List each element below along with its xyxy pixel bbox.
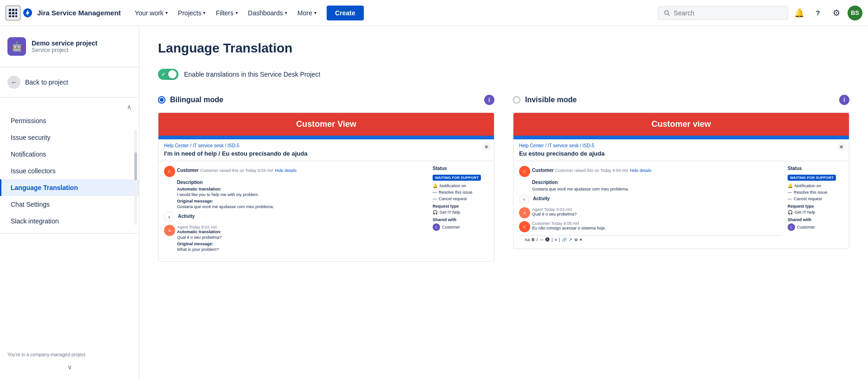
inv-left-arrow[interactable]: ‹ xyxy=(519,194,529,204)
sidebar-item-issue-security[interactable]: Issue security xyxy=(0,129,139,146)
svg-rect-0 xyxy=(9,9,11,11)
nav-your-work[interactable]: Your work ▾ xyxy=(130,7,172,20)
invisible-issue-title: Eu estou precisando de ajuda xyxy=(513,150,849,161)
modes-row: Bilingual mode i Customer View ⊕ Help Ce… xyxy=(158,95,849,262)
inv-shared-avatar: C xyxy=(788,223,795,231)
create-button[interactable]: Create xyxy=(327,6,364,20)
nav-more[interactable]: More ▾ xyxy=(293,7,321,20)
project-header: 🤖 Demo service project Service project xyxy=(0,33,139,63)
layout: 🤖 Demo service project Service project ←… xyxy=(0,0,868,380)
bilingual-mode-header: Bilingual mode i xyxy=(158,95,494,105)
zoom-icon[interactable]: ⊕ xyxy=(483,143,490,151)
svg-rect-4 xyxy=(12,12,14,14)
inv-agent-text: Agent Today 9:03 AM Qual é o seu probelm… xyxy=(532,207,782,218)
translation-toggle[interactable]: ✓ xyxy=(158,69,178,80)
auto-trans-text: I would like you to help me with my prob… xyxy=(177,192,427,197)
svg-rect-3 xyxy=(9,12,11,14)
preview-top-bar xyxy=(158,136,494,139)
invisible-mode-column: Invisible mode i Customer view ⊕ Help Ce… xyxy=(513,95,849,262)
app-title: Jira Service Management xyxy=(37,9,121,17)
inv-status-label: Status xyxy=(788,166,843,171)
search-input[interactable] xyxy=(674,9,782,17)
project-icon: 🤖 xyxy=(7,37,26,56)
toggle-row: ✓ Enable translations in this Service De… xyxy=(158,69,849,80)
agent-auto-label: Automatic translation: xyxy=(177,229,427,234)
svg-rect-7 xyxy=(12,15,14,17)
inv-agent-avatar: A xyxy=(519,207,530,218)
invisible-radio[interactable] xyxy=(513,96,520,104)
invisible-info-icon[interactable]: i xyxy=(839,95,849,105)
main-content: Language Translation ✓ Enable translatio… xyxy=(139,26,868,380)
inv-shared-label: Shared with xyxy=(788,217,843,222)
svg-rect-1 xyxy=(12,9,14,11)
user-avatar[interactable]: BS xyxy=(848,6,862,20)
hide-details-link[interactable]: Hide details xyxy=(275,168,296,173)
orig-text: Gostaria que você me ajudasse com meu pr… xyxy=(177,204,427,209)
inv-status-badge: WAITING FOR SUPPORT xyxy=(788,175,836,181)
expand-button[interactable]: ∨ xyxy=(67,363,72,371)
nav-filters[interactable]: Filters ▾ xyxy=(211,7,242,20)
topnav: Jira Service Management Your work ▾ Proj… xyxy=(0,0,868,26)
notifications-button[interactable]: 🔔 xyxy=(792,6,807,20)
sidebar-item-issue-collectors[interactable]: Issue collectors xyxy=(0,163,139,179)
bilingual-radio[interactable] xyxy=(158,96,165,104)
inv-desc-section: Description Gostaria que você me ajudass… xyxy=(532,180,782,191)
customer-row: C Customer Customer raised this on Today… xyxy=(164,166,427,177)
orig-label: Original message: xyxy=(177,199,427,203)
back-icon: ← xyxy=(7,76,20,89)
req-type-value: 🎧 Get IT help xyxy=(433,210,488,215)
bilingual-mode-column: Bilingual mode i Customer View ⊕ Help Ce… xyxy=(158,95,494,262)
topnav-right: 🔔 ? ⚙ BS xyxy=(658,6,862,20)
chevron-down-icon: ▾ xyxy=(165,10,168,15)
nav-dashboards[interactable]: Dashboards ▾ xyxy=(243,7,292,20)
inv-resolve-item: — Resolve this issue xyxy=(788,190,843,195)
sidebar-item-notifications[interactable]: Notifications xyxy=(0,146,139,163)
grid-menu-button[interactable] xyxy=(6,6,20,20)
cancel-item: — Cancel request xyxy=(433,197,488,201)
inv-agent-meta: Agent Today 9:03 AM xyxy=(532,207,782,212)
inv-customer2-avatar: C xyxy=(519,221,530,232)
bilingual-info-icon[interactable]: i xyxy=(484,95,494,105)
description-section: Description Automatic translation: I wou… xyxy=(177,180,427,209)
app-logo[interactable]: Jira Service Management xyxy=(22,7,121,19)
inv-cancel-item: — Cancel request xyxy=(788,197,843,201)
help-button[interactable]: ? xyxy=(810,6,825,20)
project-name: Demo service project xyxy=(32,39,98,47)
svg-line-10 xyxy=(668,14,670,15)
bilingual-preview-header: Customer View xyxy=(158,113,494,136)
inv-customer-meta: Customer raised this on Today 8:59 AM xyxy=(555,168,628,173)
left-nav-arrow[interactable]: ‹ xyxy=(164,212,174,222)
collapse-header: ∧ xyxy=(0,101,139,112)
zoom-icon-2[interactable]: ⊕ xyxy=(838,143,845,151)
customer-user-label: Customer xyxy=(177,168,200,173)
shared-label: Shared with xyxy=(433,217,488,222)
inv-activity-label: Activity xyxy=(533,196,550,201)
invisible-mode-title: Invisible mode xyxy=(525,96,577,104)
sidebar-item-chat-settings[interactable]: Chat Settings xyxy=(0,196,139,213)
search-box[interactable] xyxy=(658,6,788,20)
agent-auto-text: Qual é o seu probelma? xyxy=(177,235,427,240)
desc-label: Description xyxy=(177,180,427,185)
divider xyxy=(0,97,139,98)
back-to-project[interactable]: ← Back to project xyxy=(0,71,139,93)
preview-content: C Customer Customer raised this on Today… xyxy=(158,161,494,261)
collapse-button[interactable]: ∧ xyxy=(127,103,132,111)
agent-row: A Agent Today 9:03 AM Automatic translat… xyxy=(164,225,427,254)
bilingual-mode-title: Bilingual mode xyxy=(170,96,224,104)
inv-hide-details[interactable]: Hide details xyxy=(630,168,651,173)
settings-button[interactable]: ⚙ xyxy=(829,6,844,20)
inv-desc-label: Description xyxy=(532,180,782,185)
sidebar-item-language-translation[interactable]: Language Translation xyxy=(0,179,139,196)
inv-agent-row: A Agent Today 9:03 AM Qual é o seu probe… xyxy=(519,207,782,218)
activity-label: Activity xyxy=(178,214,195,219)
chevron-down-icon: ▾ xyxy=(285,10,287,15)
inv-customer-avatar: C xyxy=(519,166,530,177)
sidebar-item-slack-integration[interactable]: Slack integration xyxy=(0,213,139,229)
chevron-down-icon: ▾ xyxy=(203,10,205,15)
invisible-preview-header: Customer view xyxy=(513,113,849,136)
invisible-preview-right: Status WAITING FOR SUPPORT 🔔 Notificatio… xyxy=(788,166,843,244)
sidebar-item-permissions[interactable]: Permissions xyxy=(0,112,139,129)
nav-projects[interactable]: Projects ▾ xyxy=(173,7,210,20)
inv-customer2-meta: Customer Today 9:05 AM xyxy=(532,221,782,226)
invisible-preview-left: C Customer Customer raised this on Today… xyxy=(519,166,782,244)
